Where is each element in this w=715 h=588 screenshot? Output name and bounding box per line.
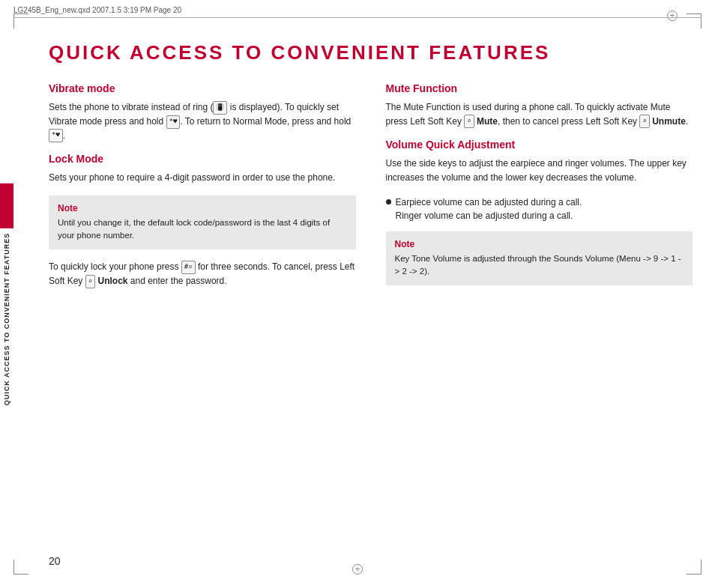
lock-mode-body2: To quickly lock your phone press #⌕ for … [49,260,356,288]
lock-note-box: Note Until you change it, the default lo… [49,196,356,250]
header-bar: LG245B_Eng_new.qxd 2007.1.5 3:19 PM Page… [13,6,702,18]
bullet-text: Earpiece volume can be adjusted during a… [396,196,582,222]
volume-body: Use the side keys to adjust the earpiece… [386,157,693,184]
unmute-label: Unmute [652,116,686,127]
volume-note-body: Key Tone Volume is adjusted through the … [395,252,684,279]
volume-note-title: Note [395,239,684,249]
lock-mode-body: Sets your phone to require a 4-digit pas… [49,171,356,185]
vibrate-mode-heading: Vibrate mode [49,82,356,94]
right-column: Mute Function The Mute Function is used … [386,82,693,299]
mute-label: Mute [477,116,498,127]
unlock-label: Unlock [97,276,127,286]
page-title: QUICK ACCESS TO CONVENIENT FEATURES [49,41,693,64]
two-column-layout: Vibrate mode Sets the phone to vibrate i… [49,82,693,299]
corner-mark-bl [13,560,28,575]
reg-mark-bottom-center [352,564,363,575]
star-hash-key1: *♥ [166,115,181,129]
sidebar-red-bar [0,183,13,228]
lock-note-body: Until you change it, the default lock co… [58,216,347,243]
vibrate-mode-body: Sets the phone to vibrate instead of rin… [49,100,356,142]
bullet-dot [386,199,391,204]
mute-function-heading: Mute Function [386,82,693,94]
lock-note-title: Note [58,203,347,213]
bullet-earpiece: Earpiece volume can be adjusted during a… [386,196,693,222]
vibrate-icon: 📳 [213,101,227,115]
volume-note-box: Note Key Tone Volume is adjusted through… [386,231,693,286]
corner-mark-br [687,560,702,575]
page: LG245B_Eng_new.qxd 2007.1.5 3:19 PM Page… [0,0,715,588]
hash-key: #⌕ [181,261,196,274]
volume-heading: Volume Quick Adjustment [386,139,693,151]
sidebar-label: QUICK ACCESS TO CONVENIENT FEATURES [3,232,10,404]
lock-mode-heading: Lock Mode [49,153,356,165]
left-column: Vibrate mode Sets the phone to vibrate i… [49,82,356,299]
main-content: QUICK ACCESS TO CONVENIENT FEATURES Vibr… [49,34,693,551]
star-hash-key2: *♥ [49,129,63,142]
file-info: LG245B_Eng_new.qxd 2007.1.5 3:19 PM Page… [13,6,181,14]
soft-key-unmute: ⌕ [639,115,649,128]
soft-key-unlock: ⌕ [85,275,95,288]
sidebar: QUICK ACCESS TO CONVENIENT FEATURES [0,183,13,404]
mute-function-body: The Mute Function is used during a phone… [386,100,693,128]
soft-key-mute: ⌕ [464,115,474,128]
page-number: 20 [49,555,61,567]
